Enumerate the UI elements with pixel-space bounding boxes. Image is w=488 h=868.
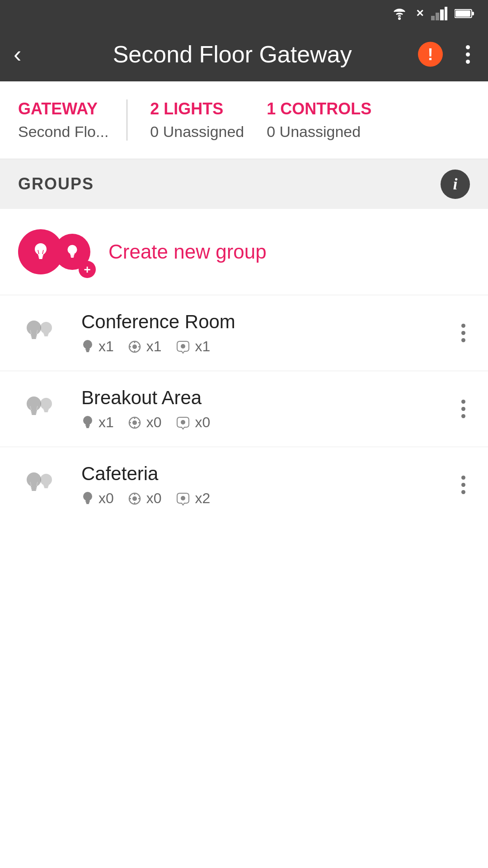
svg-rect-10 [38,256,43,258]
create-group-label: Create new group [108,241,267,263]
svg-rect-72 [86,502,89,503]
menu-dot-2 [461,483,465,487]
svg-rect-46 [43,409,49,410]
groups-header: GROUPS i [0,159,488,209]
svg-rect-67 [43,485,49,486]
menu-dot-3 [461,338,465,342]
svg-point-24 [40,322,52,334]
svg-point-66 [40,474,52,486]
tab-gateway-label: GATEWAY [18,99,108,118]
svg-rect-30 [86,350,89,351]
bulb-pair-icon [18,315,63,351]
svg-rect-63 [32,490,36,491]
tab-controls-sublabel: 0 Unassigned [267,123,371,141]
svg-rect-26 [44,334,48,335]
svg-point-80 [181,496,185,500]
overflow-menu-button[interactable] [461,41,474,68]
list-item[interactable]: Conference Room x1 [0,295,488,371]
svg-rect-50 [85,425,90,426]
svg-point-38 [181,344,185,349]
plus-badge: + [79,261,96,278]
svg-rect-62 [31,488,37,490]
info-button[interactable]: i [441,170,470,199]
group-name-cafeteria: Cafeteria [81,463,439,485]
menu-dot-3 [461,414,465,418]
svg-rect-6 [472,12,474,15]
sensor-stat-icon [175,415,191,430]
stat-sensors-count: x0 [195,414,211,431]
tab-controls-label: 1 CONTROLS [267,99,371,118]
menu-dot-3 [461,490,465,494]
light-bulb-stat-icon [81,491,94,507]
svg-rect-16 [70,255,74,256]
tab-gateway[interactable]: GATEWAY Second Flo... [18,99,127,141]
group-overflow-menu-breakout[interactable] [457,395,470,423]
group-icon-conference [18,315,63,351]
tab-lights-label: 2 LIGHTS [150,99,244,118]
back-button[interactable]: ‹ [14,42,21,66]
svg-rect-7 [455,10,470,17]
svg-rect-19 [31,334,37,336]
stat-lights-count: x1 [99,414,114,431]
svg-point-39 [27,396,41,411]
stat-lights: x1 [81,338,114,355]
overflow-dot-2 [466,52,470,57]
bulb-pair-icon [18,391,63,427]
create-group-row[interactable]: + Create new group [0,209,488,295]
page-title: Second Floor Gateway [30,41,434,68]
stat-lights-count: x1 [99,338,114,355]
svg-rect-1 [431,16,435,20]
svg-point-28 [83,340,92,349]
svg-rect-51 [86,426,89,427]
groups-title: GROUPS [18,175,94,193]
stat-lights: x0 [81,490,114,507]
svg-rect-40 [31,410,37,412]
svg-point-59 [181,420,185,425]
svg-point-18 [27,321,41,335]
tab-gateway-sublabel: Second Flo... [18,123,108,141]
svg-rect-31 [86,351,89,352]
light-bulb-stat-icon [81,415,94,431]
list-item[interactable]: Breakout Area x1 [0,371,488,447]
wifi-icon [390,7,408,20]
svg-rect-11 [39,258,42,259]
stat-sensors: x0 [175,414,211,431]
group-name-conference: Conference Room [81,311,439,333]
svg-rect-17 [71,257,74,258]
app-bar: ‹ Second Floor Gateway ! [0,27,488,81]
stat-sensors: x2 [175,490,211,507]
svg-rect-73 [86,503,89,504]
bulb-icon-2 [63,242,82,261]
group-icon-breakout [18,391,63,427]
create-group-icon: + [18,229,90,274]
group-info-conference: Conference Room x1 [81,311,439,355]
stat-lights: x1 [81,414,114,431]
overflow-dot-1 [466,45,470,49]
svg-point-75 [132,496,137,501]
svg-rect-2 [436,13,439,20]
group-stats-conference: x1 x1 [81,338,439,355]
status-bar: ✕ [0,0,488,27]
group-stats-cafeteria: x0 x0 [81,490,439,507]
group-overflow-menu-conference[interactable] [457,319,470,347]
group-overflow-menu-cafeteria[interactable] [457,471,470,499]
notification-badge[interactable]: ! [418,42,443,67]
svg-rect-68 [44,486,48,487]
svg-rect-52 [86,427,89,428]
stat-controls-count: x1 [146,338,162,355]
svg-rect-42 [32,414,36,415]
svg-rect-25 [43,333,49,334]
tabs-section: GATEWAY Second Flo... 2 LIGHTS 0 Unassig… [0,81,488,159]
svg-rect-41 [31,412,37,414]
menu-dot-2 [461,331,465,335]
list-item[interactable]: Cafeteria x0 [0,447,488,523]
tab-controls[interactable]: 1 CONTROLS 0 Unassigned [244,99,371,141]
signal-x-icon: ✕ [416,8,424,19]
menu-dot-1 [461,476,465,480]
stat-controls: x1 [127,338,162,355]
svg-rect-69 [44,487,48,488]
tab-lights[interactable]: 2 LIGHTS 0 Unassigned [127,99,244,141]
menu-dot-1 [461,400,465,404]
svg-point-45 [40,398,52,410]
svg-rect-20 [31,336,37,338]
